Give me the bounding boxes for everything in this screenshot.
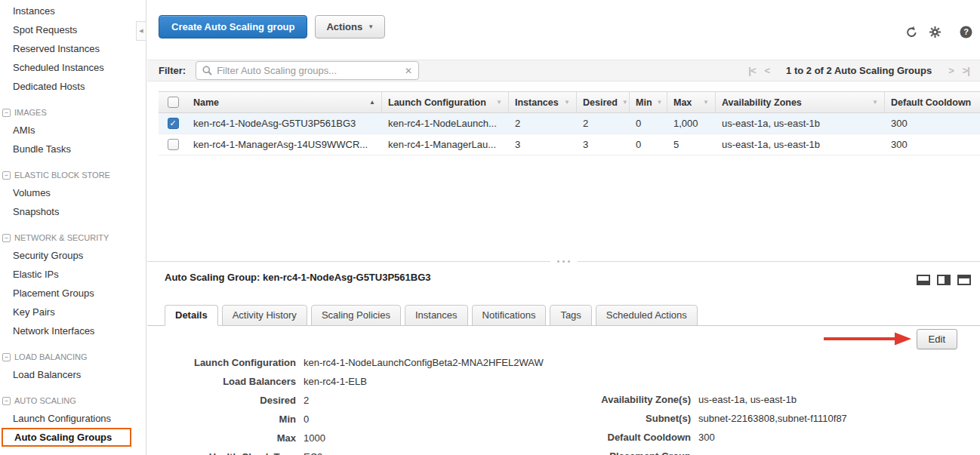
- field-value: 0: [304, 413, 309, 425]
- next-page-icon[interactable]: >: [948, 65, 954, 76]
- section-collapse-icon[interactable]: −: [2, 397, 11, 405]
- field-label: Min: [159, 413, 304, 425]
- row-checkbox[interactable]: ✓: [168, 118, 179, 129]
- annotation-arrow-icon: [821, 330, 914, 347]
- cell-instances: 2: [509, 118, 577, 129]
- splitter-drag-handle[interactable]: [550, 258, 578, 265]
- actions-button[interactable]: Actions ▼: [315, 15, 385, 38]
- column-header-availability-zones[interactable]: Availability Zones ▼: [716, 92, 885, 112]
- section-collapse-icon[interactable]: −: [2, 234, 11, 242]
- actions-button-label: Actions: [326, 21, 362, 32]
- field-availability-zones: Availability Zone(s) us-east-1a, us-east…: [547, 390, 902, 409]
- pagination-count: 1 to 2 of 2 Auto Scaling Groups: [786, 65, 932, 76]
- settings-gear-icon[interactable]: [929, 26, 941, 38]
- tab-tags[interactable]: Tags: [550, 305, 591, 326]
- clear-filter-icon[interactable]: ✕: [405, 66, 412, 76]
- refresh-icon[interactable]: [905, 26, 918, 38]
- sidebar-item-key-pairs[interactable]: Key Pairs: [0, 303, 146, 321]
- tab-activity-history[interactable]: Activity History: [222, 305, 307, 326]
- column-header-name[interactable]: Name ▲: [187, 92, 382, 112]
- section-label: LOAD BALANCING: [14, 349, 88, 365]
- sidebar-item-snapshots[interactable]: Snapshots: [0, 202, 146, 221]
- sort-icon: ▼: [496, 99, 502, 106]
- field-value: ken-rc4-1-ELB: [304, 376, 367, 387]
- sidebar-item-volumes[interactable]: Volumes: [0, 183, 146, 202]
- sidebar-item-bundle-tasks[interactable]: Bundle Tasks: [0, 140, 146, 158]
- column-header-default-cooldown[interactable]: Default Cooldown: [885, 92, 980, 112]
- help-icon[interactable]: ?: [960, 26, 972, 38]
- column-header-desired[interactable]: Desired ▼: [577, 92, 630, 112]
- tab-details[interactable]: Details: [165, 305, 218, 326]
- sidebar-item-launch-configurations[interactable]: Launch Configurations: [0, 409, 146, 428]
- column-header-max[interactable]: Max ▼: [667, 92, 716, 112]
- cell-desired: 3: [577, 139, 630, 150]
- sort-ascending-icon: ▲: [369, 99, 375, 106]
- split-bottom-pane-icon[interactable]: [917, 275, 930, 285]
- tab-notifications[interactable]: Notifications: [472, 305, 547, 326]
- split-right-pane-icon[interactable]: [937, 275, 951, 285]
- filter-label: Filter:: [159, 65, 186, 76]
- field-label: Load Balancers: [159, 376, 304, 387]
- filter-search-input[interactable]: [217, 65, 400, 76]
- sidebar-item-placement-groups[interactable]: Placement Groups: [0, 284, 146, 303]
- tab-instances[interactable]: Instances: [405, 305, 468, 326]
- sidebar-collapse-handle[interactable]: ◀: [136, 21, 146, 41]
- toolbar: Create Auto Scaling group Actions ▼: [159, 15, 385, 38]
- section-collapse-icon[interactable]: −: [2, 353, 11, 361]
- detail-fields-left: Launch Configuration ken-rc4-1-NodeLaunc…: [159, 353, 581, 455]
- sidebar-item-auto-scaling-groups[interactable]: Auto Scaling Groups: [2, 428, 131, 447]
- field-max: Max 1000: [159, 429, 581, 447]
- cell-desired: 2: [577, 118, 630, 129]
- sidebar-item-security-groups[interactable]: Security Groups: [0, 246, 146, 265]
- column-header-min[interactable]: Min ▼: [630, 92, 667, 112]
- section-collapse-icon[interactable]: −: [2, 171, 11, 180]
- select-all-checkbox[interactable]: [168, 97, 179, 108]
- sidebar-item-network-interfaces[interactable]: Network Interfaces: [0, 321, 146, 340]
- filter-search-box[interactable]: ✕: [196, 61, 419, 80]
- cell-max: 5: [667, 139, 716, 150]
- last-page-icon[interactable]: >|: [963, 65, 969, 76]
- section-label: IMAGES: [14, 104, 47, 121]
- filter-bar: Filter: ✕ |< < 1 to 2 of 2 Auto Scaling …: [147, 60, 980, 81]
- cell-min: 0: [630, 139, 667, 150]
- select-all-cell: [159, 92, 187, 112]
- row-checkbox[interactable]: [168, 139, 179, 150]
- section-label: ELASTIC BLOCK STORE: [14, 167, 110, 183]
- pane-layout-icons: [917, 275, 971, 285]
- create-auto-scaling-group-button[interactable]: Create Auto Scaling group: [159, 15, 307, 38]
- cell-availability-zones: us-east-1a, us-east-1b: [716, 139, 885, 150]
- sidebar-item-elastic-ips[interactable]: Elastic IPs: [0, 265, 146, 284]
- pane-splitter[interactable]: [147, 261, 980, 262]
- table-row[interactable]: ken-rc4-1-ManagerAsg-14US9WWCR... ken-rc…: [159, 134, 980, 155]
- cell-launch-configuration: ken-rc4-1-ManagerLau...: [382, 139, 509, 150]
- detail-fields-right: Availability Zone(s) us-east-1a, us-east…: [547, 390, 902, 455]
- sidebar-item-reserved-instances[interactable]: Reserved Instances: [0, 39, 146, 58]
- sidebar-item-scheduled-instances[interactable]: Scheduled Instances: [0, 58, 146, 77]
- cell-availability-zones: us-east-1a, us-east-1b: [716, 118, 885, 129]
- sidebar-item-spot-requests[interactable]: Spot Requests: [0, 20, 146, 39]
- cell-default-cooldown: 300: [885, 139, 980, 150]
- column-header-instances[interactable]: Instances ▼: [509, 92, 577, 112]
- column-header-launch-configuration[interactable]: Launch Configuration ▼: [382, 92, 509, 112]
- sidebar-item-instances[interactable]: Instances: [0, 2, 146, 20]
- sidebar-item-dedicated-hosts[interactable]: Dedicated Hosts: [0, 77, 146, 96]
- tab-scaling-policies[interactable]: Scaling Policies: [311, 305, 401, 326]
- column-label: Max: [673, 97, 692, 108]
- sidebar-item-amis[interactable]: AMIs: [0, 121, 146, 140]
- cell-launch-configuration: ken-rc4-1-NodeLaunch...: [382, 118, 509, 129]
- field-value: us-east-1a, us-east-1b: [698, 394, 797, 405]
- table-row[interactable]: ✓ ken-rc4-1-NodeAsg-G5TU3P561BG3 ken-rc4…: [159, 113, 980, 134]
- full-pane-icon[interactable]: [957, 275, 971, 285]
- field-value: 300: [698, 432, 715, 443]
- first-page-icon[interactable]: |<: [748, 65, 755, 76]
- column-label: Availability Zones: [722, 97, 802, 108]
- sidebar-section-load-balancing: − LOAD BALANCING: [0, 349, 146, 365]
- tab-scheduled-actions[interactable]: Scheduled Actions: [596, 305, 698, 326]
- field-placement-group: Placement Group: [547, 447, 902, 455]
- sidebar-item-load-balancers[interactable]: Load Balancers: [0, 365, 146, 384]
- row-checkbox-cell: ✓: [159, 118, 187, 129]
- section-collapse-icon[interactable]: −: [2, 109, 11, 117]
- row-checkbox-cell: [159, 139, 187, 150]
- edit-button[interactable]: Edit: [917, 329, 957, 349]
- prev-page-icon[interactable]: <: [764, 65, 769, 76]
